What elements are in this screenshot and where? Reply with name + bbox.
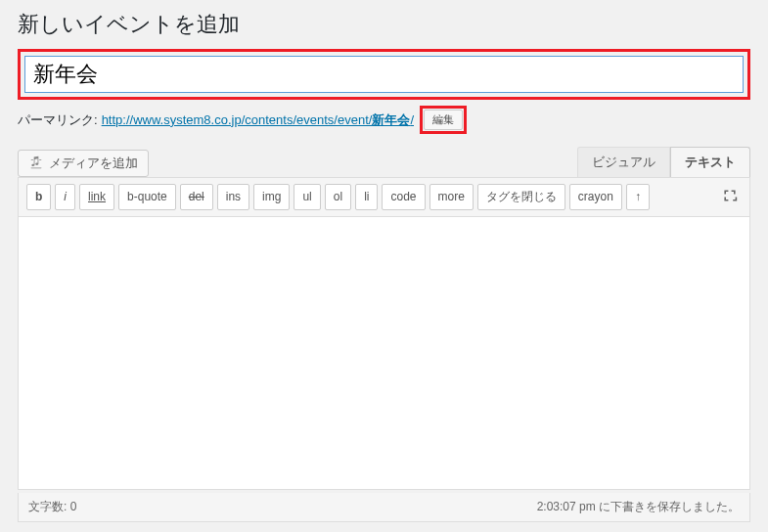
permalink-label: パーマリンク: xyxy=(18,111,98,129)
post-title-input[interactable] xyxy=(24,56,744,93)
page-title: 新しいイベントを追加 xyxy=(18,8,750,39)
qt-close-tags-button[interactable]: タグを閉じる xyxy=(477,184,565,210)
qt-code-button[interactable]: code xyxy=(382,184,425,210)
editor-tabs: ビジュアル テキスト xyxy=(577,147,750,177)
qt-crayon-button[interactable]: crayon xyxy=(569,184,622,210)
word-count: 文字数: 0 xyxy=(28,499,76,515)
permalink-slug: 新年会 xyxy=(372,112,410,127)
permalink-url-suffix: / xyxy=(410,112,414,127)
qt-li-button[interactable]: li xyxy=(355,184,378,210)
fullscreen-button[interactable] xyxy=(718,184,742,210)
qt-bquote-button[interactable]: b-quote xyxy=(118,184,176,210)
permalink-edit-button[interactable]: 編集 xyxy=(424,110,463,130)
edit-button-highlight: 編集 xyxy=(420,106,467,134)
qt-img-button[interactable]: img xyxy=(253,184,290,210)
content-textarea[interactable] xyxy=(18,216,750,490)
add-media-label: メディアを追加 xyxy=(49,155,138,172)
fullscreen-icon xyxy=(722,188,738,203)
qt-ol-button[interactable]: ol xyxy=(325,184,351,210)
permalink-row: パーマリンク: http://www.system8.co.jp/content… xyxy=(18,106,750,134)
qt-more-button[interactable]: more xyxy=(429,184,474,210)
qt-pi-button[interactable]: ↑ xyxy=(626,184,650,210)
qt-link-button[interactable]: link xyxy=(79,184,114,210)
status-bar: 文字数: 0 2:03:07 pm に下書きを保存しました。 xyxy=(18,493,750,522)
tab-text[interactable]: テキスト xyxy=(670,147,750,177)
qt-bold-button[interactable]: b xyxy=(26,184,51,210)
editor-toolbar: b i link b-quote del ins img ul ol li co… xyxy=(18,177,750,216)
permalink-url-prefix: http://www.system8.co.jp/contents/events… xyxy=(102,112,373,127)
title-highlight-box xyxy=(18,49,750,100)
camera-music-icon xyxy=(28,155,44,172)
qt-ul-button[interactable]: ul xyxy=(294,184,320,210)
qt-del-button[interactable]: del xyxy=(180,184,213,210)
permalink-link[interactable]: http://www.system8.co.jp/contents/events… xyxy=(102,111,414,129)
tab-visual[interactable]: ビジュアル xyxy=(577,147,670,177)
qt-italic-button[interactable]: i xyxy=(55,184,75,210)
add-media-button[interactable]: メディアを追加 xyxy=(18,150,149,177)
last-saved-message: 2:03:07 pm に下書きを保存しました。 xyxy=(537,499,740,515)
qt-ins-button[interactable]: ins xyxy=(217,184,249,210)
